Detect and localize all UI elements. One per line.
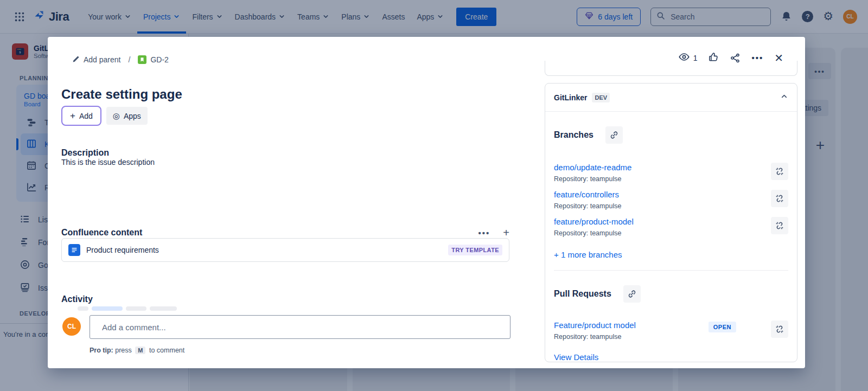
confluence-add-icon[interactable]: +	[503, 227, 509, 238]
view-details-link[interactable]: View Details	[554, 352, 788, 362]
collapse-chevron-up-icon[interactable]	[780, 92, 788, 102]
panel-divider	[554, 270, 788, 271]
branch-row: feature/product-model Repository: teampu…	[554, 217, 788, 237]
branch-repo: Repository: teampulse	[554, 202, 621, 210]
unlink-branch-icon[interactable]	[771, 163, 788, 180]
comment-input[interactable]	[101, 322, 499, 332]
app-root: Jira Your work Projects Filters Dashboar…	[0, 0, 868, 391]
link-pr-icon[interactable]	[623, 285, 641, 303]
confluence-more-icon[interactable]: •••	[478, 228, 490, 238]
branch-link[interactable]: feature/controllers	[554, 190, 621, 199]
activity-heading: Activity	[61, 294, 93, 304]
add-parent-button[interactable]: Add parent	[72, 55, 121, 65]
unlink-branch-icon[interactable]	[771, 217, 788, 234]
try-template-badge[interactable]: TRY TEMPLATE	[448, 245, 502, 255]
pull-request-row: Feature/product model Repository: teampu…	[554, 321, 788, 341]
activity-filter-skeleton	[78, 306, 177, 311]
issue-toolbar: + Add ◎ Apps	[61, 106, 148, 126]
more-branches-link[interactable]: + 1 more branches	[554, 250, 788, 259]
confluence-heading: Confluence content	[61, 228, 142, 238]
comment-box[interactable]	[90, 315, 510, 339]
dev-badge: DEV	[592, 93, 610, 102]
branch-row: demo/update-readme Repository: teampulse	[554, 163, 788, 183]
issue-key-link[interactable]: GD-2	[138, 55, 168, 64]
breadcrumb-separator: /	[129, 55, 131, 64]
issue-title: Create setting page	[61, 87, 182, 102]
branch-link[interactable]: feature/product-model	[554, 217, 634, 226]
plus-icon: +	[70, 111, 75, 121]
comment-avatar: CL	[62, 317, 81, 336]
description-body[interactable]: This is the issue description	[61, 158, 155, 166]
branch-link[interactable]: demo/update-readme	[554, 163, 631, 172]
pr-status-badge: OPEN	[709, 322, 736, 332]
confluence-doc-icon	[68, 244, 80, 256]
pull-request-link[interactable]: Feature/product model	[554, 321, 636, 330]
pencil-icon	[72, 55, 80, 65]
gitlinker-panel-header[interactable]: GitLinker DEV	[545, 84, 797, 112]
unlink-pr-icon[interactable]	[771, 321, 788, 338]
gitlinker-panel: GitLinker DEV Branches demo/update-readm…	[545, 83, 797, 362]
breadcrumb: Add parent / GD-2	[72, 53, 169, 66]
confluence-page-card[interactable]: Product requirements TRY TEMPLATE	[61, 238, 509, 262]
branch-repo: Repository: teampulse	[554, 229, 634, 237]
branch-repo: Repository: teampulse	[554, 175, 631, 183]
pull-requests-heading: Pull Requests	[554, 289, 611, 299]
branches-heading: Branches	[554, 130, 593, 140]
issue-modal: Add parent / GD-2 1 ••• ✕	[48, 37, 805, 368]
description-heading: Description	[61, 148, 109, 158]
add-button[interactable]: + Add	[61, 106, 101, 126]
unlink-branch-icon[interactable]	[771, 190, 788, 207]
keyboard-key-m: M	[135, 347, 145, 354]
apps-button[interactable]: ◎ Apps	[106, 107, 148, 125]
apps-circle-icon: ◎	[113, 111, 120, 121]
link-branch-icon[interactable]	[605, 126, 623, 144]
pull-request-repo: Repository: teampulse	[554, 333, 636, 341]
story-type-icon	[138, 55, 146, 64]
details-panel-partial	[545, 61, 797, 76]
app-name: GitLinker	[554, 93, 587, 102]
confluence-page-title: Product requirements	[86, 246, 159, 254]
branch-row: feature/controllers Repository: teampuls…	[554, 190, 788, 210]
comment-protip: Pro tip: press M to comment	[90, 347, 184, 354]
